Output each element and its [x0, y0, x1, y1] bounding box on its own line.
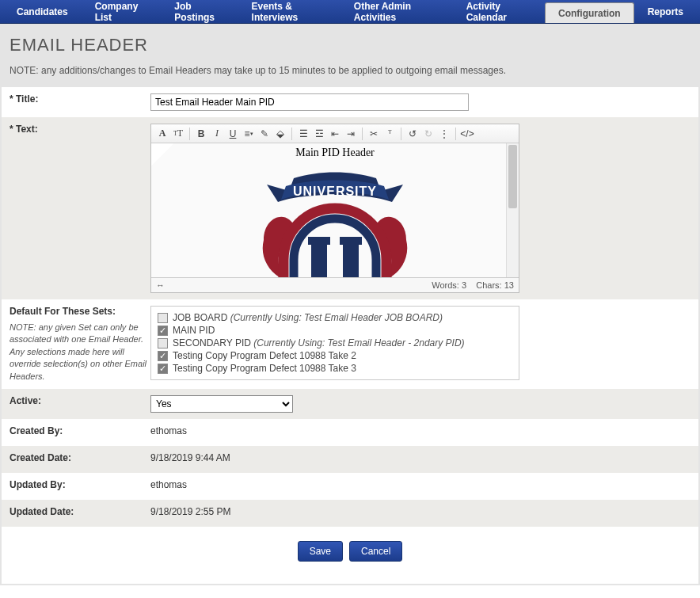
- active-label: Active:: [10, 395, 150, 413]
- set-name: SECONDARY PID: [173, 337, 251, 349]
- align-icon[interactable]: ≡▾: [241, 127, 257, 141]
- updated-date-value: 9/18/2019 2:55 PM: [150, 506, 690, 520]
- save-button[interactable]: Save: [298, 541, 343, 562]
- header-note: NOTE: any additions/changes to Email Hea…: [10, 65, 690, 76]
- title-input[interactable]: [150, 93, 469, 111]
- created-date-value: 9/18/2019 9:44 AM: [150, 452, 690, 467]
- font-family-icon[interactable]: A: [154, 127, 170, 141]
- indent-icon[interactable]: ⇥: [343, 127, 359, 141]
- text-label: * Text:: [10, 124, 150, 135]
- editor-statusbar: ↔ Words: 3 Chars: 13: [151, 278, 519, 292]
- updated-date-label: Updated Date:: [10, 506, 150, 520]
- set-row-job-board[interactable]: JOB BOARD (Currently Using: Test Email H…: [158, 311, 512, 324]
- created-by-label: Created By:: [10, 425, 150, 440]
- editor-scrollbar[interactable]: [506, 143, 519, 277]
- code-view-icon[interactable]: </>: [459, 127, 475, 141]
- created-date-label: Created Date:: [10, 452, 150, 467]
- bold-icon[interactable]: B: [193, 127, 209, 141]
- checkbox-icon[interactable]: [158, 313, 168, 323]
- checkbox-checked-icon[interactable]: ✓: [158, 351, 168, 361]
- redo-icon[interactable]: ↻: [420, 127, 436, 141]
- outdent-icon[interactable]: ⇤: [327, 127, 343, 141]
- format-paint-icon[interactable]: ᵀ: [382, 127, 398, 141]
- checkbox-icon[interactable]: [158, 338, 168, 349]
- updated-by-value: ethomas: [150, 479, 690, 493]
- tab-candidates[interactable]: Candidates: [3, 0, 82, 23]
- page-title: EMAIL HEADER: [10, 35, 690, 55]
- tab-reports[interactable]: Reports: [634, 0, 697, 23]
- resize-handle-icon[interactable]: ↔: [156, 280, 165, 290]
- cut-icon[interactable]: ✂: [366, 127, 382, 141]
- checkbox-checked-icon[interactable]: ✓: [158, 326, 168, 336]
- italic-icon[interactable]: I: [209, 127, 225, 141]
- font-size-icon[interactable]: TT: [170, 127, 186, 141]
- updated-by-label: Updated By:: [10, 479, 150, 493]
- set-row-testing-take-3[interactable]: ✓ Testing Copy Program Defect 10988 Take…: [158, 362, 512, 375]
- logo-banner-text: UNIVERSITY: [293, 185, 377, 198]
- set-name: JOB BOARD: [173, 312, 227, 323]
- set-row-main-pid[interactable]: ✓ MAIN PID: [158, 324, 512, 337]
- set-meta: (Currently Using: Test Email Header JOB …: [230, 312, 443, 323]
- svg-rect-1: [343, 240, 359, 278]
- editor-content[interactable]: Main PID Header: [151, 143, 519, 278]
- svg-rect-0: [311, 240, 327, 278]
- tab-company-list[interactable]: Company List: [82, 0, 162, 23]
- fill-color-icon[interactable]: ⬙: [272, 127, 288, 141]
- set-row-secondary-pid[interactable]: SECONDARY PID (Currently Using: Test Ema…: [158, 337, 512, 349]
- created-by-value: ethomas: [150, 425, 690, 440]
- svg-rect-2: [308, 237, 330, 245]
- more-icon[interactable]: ⋮: [436, 127, 452, 141]
- cancel-button[interactable]: Cancel: [349, 541, 402, 562]
- bullet-list-icon[interactable]: ☰: [295, 127, 311, 141]
- checkbox-checked-icon[interactable]: ✓: [158, 364, 168, 374]
- set-name: Testing Copy Program Defect 10988 Take 2: [173, 350, 356, 361]
- svg-rect-3: [340, 237, 362, 245]
- words-value: 3: [462, 280, 466, 290]
- tab-events-interviews[interactable]: Events & Interviews: [238, 0, 340, 23]
- active-select[interactable]: Yes: [150, 395, 293, 413]
- set-name: MAIN PID: [173, 325, 215, 336]
- action-bar: Save Cancel: [2, 527, 698, 584]
- set-row-testing-take-2[interactable]: ✓ Testing Copy Program Defect 10988 Take…: [158, 349, 512, 362]
- rich-text-editor: A TT B I U ≡▾ ✎ ⬙ ☰ ☲ ⇤ ⇥ ✂ ᵀ: [150, 124, 519, 293]
- editor-toolbar: A TT B I U ≡▾ ✎ ⬙ ☰ ☲ ⇤ ⇥ ✂ ᵀ: [151, 124, 519, 143]
- tab-job-postings[interactable]: Job Postings: [161, 0, 238, 23]
- set-meta: (Currently Using: Test Email Header - 2n…: [253, 337, 464, 349]
- numbered-list-icon[interactable]: ☲: [311, 127, 327, 141]
- editor-heading-text: Main PID Header: [151, 147, 519, 159]
- set-name: Testing Copy Program Defect 10988 Take 3: [173, 363, 356, 374]
- undo-icon[interactable]: ↺: [405, 127, 420, 141]
- sets-note: NOTE: any given Set can only be associat…: [10, 322, 150, 383]
- title-label: * Title:: [10, 93, 150, 111]
- underline-icon[interactable]: U: [225, 127, 241, 141]
- sets-list: JOB BOARD (Currently Using: Test Email H…: [150, 306, 519, 380]
- chars-value: 13: [504, 280, 514, 290]
- tab-configuration[interactable]: Configuration: [545, 2, 634, 23]
- text-color-icon[interactable]: ✎: [257, 127, 272, 141]
- sets-label: Default For These Sets:: [10, 306, 150, 317]
- tab-activity-calendar[interactable]: Activity Calendar: [453, 0, 545, 23]
- logo-image: UNIVERSITY: [151, 169, 519, 278]
- chars-label: Chars:: [476, 280, 501, 290]
- top-nav: Candidates Company List Job Postings Eve…: [0, 0, 700, 24]
- tab-other-admin[interactable]: Other Admin Activities: [340, 0, 453, 23]
- words-label: Words:: [432, 280, 459, 290]
